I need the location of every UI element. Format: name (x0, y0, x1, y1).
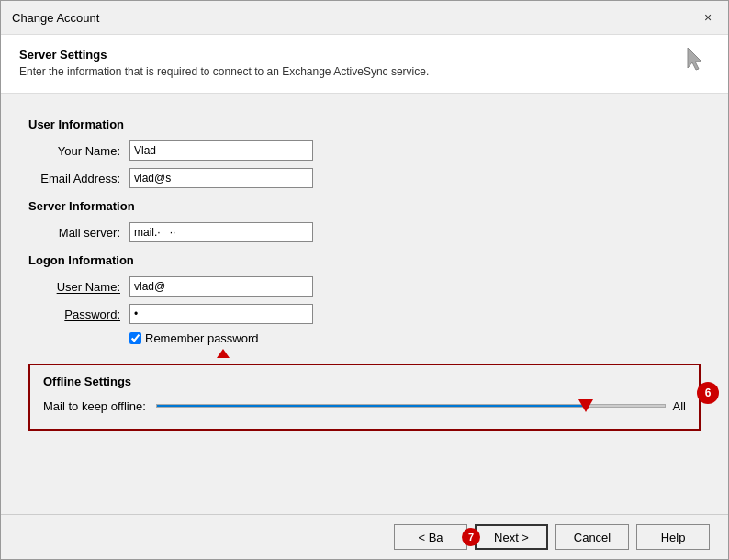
offline-settings-box: Offline Settings Mail to keep offline: A… (28, 364, 701, 431)
slider-fill (157, 405, 589, 407)
logon-info-label: Logon Information (28, 253, 701, 267)
remember-password-checkbox[interactable] (129, 332, 141, 344)
your-name-row: Your Name: (28, 140, 701, 161)
next-button[interactable]: Next > (475, 524, 548, 550)
remember-password-label: Remember password (145, 331, 259, 345)
password-row: Password: (28, 304, 701, 324)
back-button[interactable]: < Ba (394, 524, 467, 550)
dialog-title: Change Account (12, 11, 99, 25)
offline-settings-label: Offline Settings (43, 375, 686, 388)
mail-server-input[interactable] (129, 222, 313, 242)
help-button[interactable]: Help (636, 524, 710, 550)
svg-marker-0 (217, 349, 230, 358)
header-text: Server Settings Enter the information th… (19, 48, 429, 78)
username-label: User Name: (28, 280, 129, 294)
annotation-arrow (214, 349, 232, 370)
slider-thumb[interactable] (578, 399, 593, 412)
username-input[interactable] (129, 276, 313, 297)
next-badge: 7 (462, 528, 480, 546)
mail-server-row: Mail server: (28, 222, 701, 242)
password-label: Password: (28, 308, 129, 321)
close-button[interactable]: × (699, 8, 717, 27)
email-input[interactable] (129, 168, 313, 188)
header-section: Server Settings Enter the information th… (1, 35, 728, 94)
your-name-input[interactable] (129, 140, 313, 161)
server-info-label: Server Information (28, 199, 701, 213)
change-account-dialog: Change Account × Server Settings Enter t… (0, 0, 729, 560)
your-name-label: Your Name: (28, 144, 129, 158)
username-row: User Name: (28, 276, 701, 297)
offline-slider-container (156, 396, 666, 416)
slider-track (156, 404, 666, 408)
remember-password-row: Remember password (129, 331, 701, 345)
footer: < Ba Next > 7 Cancel Help (1, 514, 728, 559)
offline-settings-row: Mail to keep offline: All (43, 396, 686, 416)
user-info-label: User Information (28, 118, 701, 131)
header-description: Enter the information that is required t… (19, 65, 429, 78)
annotation-badge-6: 6 (697, 382, 719, 404)
mail-offline-label: Mail to keep offline: (43, 399, 149, 413)
all-label: All (673, 399, 686, 413)
cursor-icon (680, 44, 710, 80)
cancel-button[interactable]: Cancel (555, 524, 629, 550)
email-row: Email Address: (28, 168, 701, 188)
email-label: Email Address: (28, 172, 129, 185)
title-bar: Change Account × (1, 1, 728, 35)
header-heading: Server Settings (19, 48, 429, 62)
password-input[interactable] (129, 304, 313, 324)
content-area: User Information Your Name: Email Addres… (1, 94, 728, 514)
mail-server-label: Mail server: (28, 226, 129, 240)
